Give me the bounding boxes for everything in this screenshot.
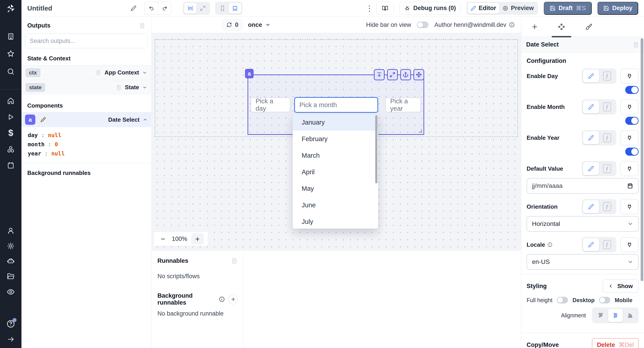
chevron-up-icon[interactable] — [143, 117, 148, 122]
connect-plug-button[interactable] — [620, 130, 639, 145]
workers-robot-icon[interactable] — [7, 257, 15, 265]
folders-icon[interactable] — [7, 272, 15, 280]
help-icon[interactable] — [6, 319, 15, 328]
align-top-button[interactable] — [593, 309, 608, 322]
static-mode-pencil-button[interactable] — [583, 238, 599, 251]
connect-plug-button[interactable] — [620, 99, 639, 114]
fx-mode-button[interactable]: ƒ — [599, 238, 615, 251]
expand-handle-icon[interactable] — [387, 69, 398, 80]
component-log-icon[interactable] — [633, 42, 639, 48]
align-bottom-button[interactable] — [623, 309, 638, 322]
windmill-logo[interactable] — [5, 3, 16, 15]
runs-play-icon[interactable] — [7, 113, 14, 121]
move-handle-icon[interactable] — [414, 69, 424, 80]
chevron-down-icon[interactable] — [142, 70, 147, 75]
ctx-row[interactable]: ctx App Context — [22, 65, 151, 80]
static-mode-pencil-button[interactable] — [583, 200, 599, 213]
info-icon[interactable] — [547, 242, 552, 247]
run-mode-dropdown[interactable]: once — [248, 22, 270, 28]
month-option[interactable]: February — [293, 130, 378, 147]
fx-mode-button[interactable]: ƒ — [599, 100, 615, 114]
full-width-button[interactable] — [196, 3, 209, 14]
edit-component-id-button[interactable] — [38, 114, 48, 125]
tab-global-styling[interactable] — [575, 17, 602, 37]
mobile-view-button[interactable] — [216, 3, 229, 14]
desktop-toggle[interactable] — [599, 297, 610, 304]
debug-runs-button[interactable]: Debug runs (0) — [400, 2, 461, 15]
connect-plug-button[interactable] — [620, 237, 639, 252]
home-icon[interactable] — [7, 96, 15, 105]
connect-plug-button[interactable] — [620, 199, 639, 214]
info-icon[interactable] — [219, 296, 225, 302]
enable-day-toggle[interactable] — [625, 86, 639, 94]
month-picker-input[interactable]: Pick a month — [294, 97, 378, 113]
static-mode-pencil-button[interactable] — [583, 162, 599, 175]
align-center-button[interactable] — [608, 309, 623, 322]
desktop-view-button[interactable] — [229, 3, 241, 14]
fx-mode-button[interactable]: ƒ — [599, 131, 615, 144]
full-height-toggle[interactable] — [557, 297, 568, 304]
add-background-runnable-button[interactable] — [228, 294, 238, 304]
refresh-count-button[interactable]: 0 — [222, 19, 242, 30]
enable-month-toggle[interactable] — [625, 117, 639, 125]
more-menu-kebab-icon[interactable]: ⋮ — [366, 4, 370, 12]
state-row[interactable]: state State — [22, 80, 151, 94]
static-mode-pencil-button[interactable] — [583, 70, 599, 82]
fill-height-handle-icon[interactable] — [374, 69, 384, 80]
settings-gear-icon[interactable] — [7, 242, 15, 250]
tab-editor[interactable]: Editor — [468, 3, 499, 14]
variables-dollar-icon[interactable]: $ — [8, 128, 13, 138]
month-option[interactable]: April — [293, 164, 378, 180]
output-kv-row[interactable]: month : 0 — [22, 140, 151, 149]
dropdown-scrollbar[interactable] — [375, 115, 378, 184]
output-kv-row[interactable]: year : null — [22, 149, 151, 158]
connect-plug-button[interactable] — [620, 68, 639, 84]
tab-component-settings[interactable] — [548, 17, 575, 37]
day-picker-input[interactable]: Pick a day — [251, 98, 290, 112]
calendar-icon[interactable] — [627, 183, 633, 189]
search-outputs-input[interactable] — [25, 34, 148, 48]
tab-insert-component[interactable] — [521, 17, 548, 37]
output-kv-row[interactable]: day : null — [22, 130, 151, 140]
search-icon[interactable] — [7, 68, 15, 76]
fx-mode-button[interactable]: ƒ — [599, 200, 615, 213]
favorites-star-icon[interactable] — [7, 50, 15, 58]
orientation-select[interactable]: Horizontal — [526, 216, 639, 232]
settings-scrollbar[interactable] — [641, 38, 643, 281]
month-option[interactable]: March — [293, 147, 378, 164]
anchor-handle-icon[interactable] — [400, 69, 411, 80]
month-option[interactable]: July — [293, 213, 378, 228]
zoom-in-button[interactable]: + — [191, 233, 204, 244]
redo-button[interactable] — [158, 2, 172, 14]
docs-book-button[interactable] — [376, 2, 394, 15]
app-canvas[interactable]: a Pick a day Pick a month — [152, 33, 521, 251]
schedules-calendar-icon[interactable] — [7, 162, 14, 169]
month-option[interactable]: May — [293, 180, 378, 197]
year-picker-input[interactable]: Pick a year — [385, 98, 421, 112]
deploy-button[interactable]: Deploy — [598, 2, 638, 15]
audit-eye-icon[interactable] — [6, 288, 15, 296]
component-a-row[interactable]: a Date Select — [22, 112, 151, 127]
zoom-out-button[interactable]: − — [158, 234, 168, 244]
outputs-log-icon[interactable] — [139, 22, 145, 29]
fx-mode-button[interactable]: ƒ — [599, 70, 615, 82]
static-mode-pencil-button[interactable] — [583, 100, 599, 114]
fx-mode-button[interactable]: ƒ — [599, 162, 615, 175]
enable-year-toggle[interactable] — [625, 148, 639, 156]
static-mode-pencil-button[interactable] — [583, 131, 599, 144]
rename-pencil-button[interactable] — [128, 3, 139, 14]
locale-select[interactable]: en-US — [526, 254, 639, 270]
delete-component-button[interactable]: Delete ⌘Del — [592, 338, 639, 348]
connect-plug-button[interactable] — [620, 161, 639, 176]
info-icon[interactable] — [509, 22, 515, 28]
draft-button[interactable]: Draft ⌘S — [544, 2, 592, 15]
undo-button[interactable] — [145, 2, 158, 14]
expand-rail-arrow-icon[interactable] — [7, 336, 14, 343]
resize-corner-handle[interactable] — [418, 129, 422, 132]
centered-layout-button[interactable] — [184, 3, 196, 14]
runnables-log-icon[interactable] — [231, 258, 238, 264]
user-icon[interactable] — [7, 227, 15, 235]
chevron-down-icon[interactable] — [142, 85, 147, 90]
hide-bar-toggle[interactable] — [417, 22, 428, 28]
workspace-icon[interactable] — [7, 33, 14, 40]
